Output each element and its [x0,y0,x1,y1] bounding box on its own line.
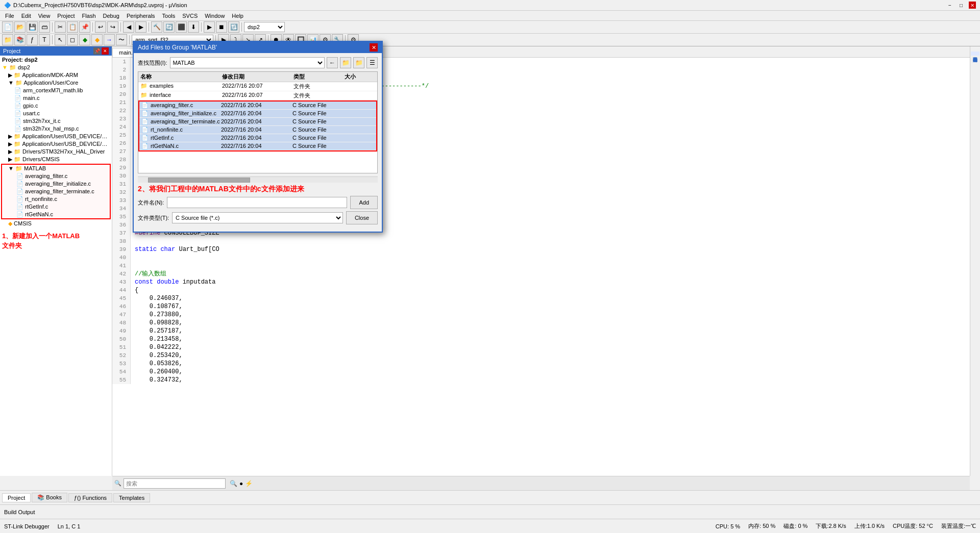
redo-btn[interactable]: ↪ [107,21,118,33]
tree-item-avgfilterterm[interactable]: 📄 averaging_filter_terminate.c [2,188,110,195]
tree-item-gpioc[interactable]: 📄 gpio.c [0,102,112,110]
cut-btn[interactable]: ✂ [55,21,66,33]
file-row-examples[interactable]: 📁examples 2022/7/16 20:07 文件夹 [138,82,377,91]
new-file-btn[interactable]: 📄 [2,21,13,33]
nav-back-btn[interactable]: ◀ [123,21,134,33]
menu-view[interactable]: View [35,12,54,19]
tree-item-cmsis2[interactable]: ◆ CMSIS [0,220,112,227]
sidebar-pin-btn[interactable]: 📌 [93,47,101,55]
search-quick-btn[interactable]: ⚡ [245,480,253,487]
file-row-avgfilterterm[interactable]: 📄averaging_filter_terminate.c 2022/7/16 … [139,118,376,126]
reset-btn[interactable]: 🔃 [228,21,239,33]
file-row-rtnonfinite[interactable]: 📄rt_nonfinite.c 2022/7/16 20:04 C Source… [139,126,376,134]
tree-item-usbtarget[interactable]: ▶ 📁 Application/User/USB_DEVICE/Target [0,140,112,148]
tree-item-rtgetnan[interactable]: 📄 rtGetNaN.c [2,211,110,218]
menu-help[interactable]: Help [229,12,247,19]
debug-stop-btn[interactable]: ⏹ [216,21,227,33]
target-dropdown[interactable]: dsp2 [244,22,285,32]
add-files-dialog[interactable]: Add Files to Group 'MATLAB' ✕ 查找范围(I): M… [133,41,383,233]
view-toggle-btn[interactable]: ☰ [366,57,378,68]
view-tmpl-btn[interactable]: T [39,34,50,45]
tree-item-usartc[interactable]: 📄 usart.c [0,110,112,117]
download-btn[interactable]: ⬇ [188,21,199,33]
tree-item-stm32msp[interactable]: 📄 stm32h7xx_hal_msp.c [0,125,112,133]
search-options-btn[interactable]: ● [239,480,243,487]
open-btn[interactable]: 📂 [14,21,26,33]
tree-item-stm32itc[interactable]: 📄 stm32h7xx_it.c [0,117,112,125]
right-annotation-btn[interactable]: 光标精确定位至精度准确 [971,52,979,56]
menu-debug[interactable]: Debug [100,12,122,19]
file-row-avgfilter[interactable]: 📄averaging_filter.c 2022/7/16 20:04 C So… [139,101,376,110]
tree-item-dsp2[interactable]: ▼ 📁 dsp2 [0,64,112,71]
view-func-btn[interactable]: ƒ [27,34,38,45]
tree-item-mainc[interactable]: 📄 main.c [0,94,112,102]
rebuild-btn[interactable]: 🔄 [163,21,175,33]
filetype-select[interactable]: C Source file (*.c) [172,212,343,223]
folder-up-btn[interactable]: 📁 [353,57,364,68]
menu-window[interactable]: Window [202,12,228,19]
tree-item-avgfilterc[interactable]: 📄 averaging_filter.c [2,172,110,180]
wave-btn[interactable]: 〜 [116,34,127,45]
new-folder-btn[interactable]: 📁 [340,57,351,68]
tree-item-user-core[interactable]: ▼ 📁 Application/User/Core [0,79,112,87]
look-in-dropdown[interactable]: MATLAB [170,57,325,68]
tree-item-rtnonfinite[interactable]: 📄 rt_nonfinite.c [2,195,110,203]
stop-btn[interactable]: ⬛ [176,21,187,33]
build-btn[interactable]: 🔨 [151,21,162,33]
tree-item-matlab-folder[interactable]: ▼ 📁 MATLAB [2,165,110,172]
menu-svcs[interactable]: SVCS [179,12,201,19]
view-project-btn[interactable]: 📁 [2,34,13,45]
orange-diamond-btn[interactable]: ◆ [91,34,103,45]
save-btn[interactable]: 💾 [27,21,38,33]
menu-peripherals[interactable]: Peripherals [124,12,158,19]
file-list-container: 名称 修改日期 类型 大小 📁examples 2022/7/16 20:07 … [138,71,378,173]
tree-item-mdk-arm[interactable]: ▶ 📁 Application/MDK-ARM [0,71,112,79]
close-dialog-btn[interactable]: Close [346,211,378,224]
menu-project[interactable]: Project [54,12,78,19]
build-output-label: Build Output [4,509,35,515]
hscrollbar[interactable] [138,176,378,183]
bottom-tab-templates[interactable]: Templates [113,493,150,502]
search-input[interactable] [124,478,226,489]
view-books-btn[interactable]: 📚 [14,34,26,45]
nav-back-path-btn[interactable]: ← [327,57,338,68]
cursor-btn[interactable]: ↖ [55,34,66,45]
tree-item-cmsis[interactable]: ▶ 📁 Drivers/CMSIS [0,156,112,163]
bottom-tab-project[interactable]: Project [2,493,31,502]
file-row-avgfilterinit[interactable]: 📄averaging_filter_initialize.c 2022/7/16… [139,110,376,118]
bottom-tab-books[interactable]: 📚 Books [32,493,67,502]
look-in-row: 查找范围(I): MATLAB ← 📁 📁 ☰ [138,57,378,68]
debugger-label: ST-Link Debugger [4,523,50,529]
select-btn[interactable]: ◻ [67,34,78,45]
menu-flash[interactable]: Flash [79,12,99,19]
filename-input[interactable] [167,197,347,208]
paste-btn[interactable]: 📌 [79,21,90,33]
maximize-button[interactable]: □ [958,2,965,9]
tree-item-cortexmath[interactable]: 📄 arm_cortexM7l_math.lib [0,87,112,94]
debug-start-btn[interactable]: ▶ [204,21,215,33]
file-row-interface[interactable]: 📁interface 2022/7/16 20:07 文件夹 [138,91,377,100]
green-diamond-btn[interactable]: ◆ [79,34,90,45]
tree-item-hal-driver[interactable]: ▶ 📁 Drivers/STM32H7xx_HAL_Driver [0,148,112,156]
undo-btn[interactable]: ↩ [95,21,106,33]
bottom-tab-functions[interactable]: ƒ() Functions [68,493,112,502]
tree-item-avgfilterinit[interactable]: 📄 averaging_filter_initialize.c [2,180,110,188]
menu-file[interactable]: File [2,12,17,19]
minimize-button[interactable]: − [946,2,953,9]
menu-edit[interactable]: Edit [18,12,34,19]
file-row-rtgetinf[interactable]: 📄rtGetInf.c 2022/7/16 20:04 C Source Fil… [139,134,376,142]
file-row-rtgetnan[interactable]: 📄rtGetNaN.c 2022/7/16 20:04 C Source Fil… [139,142,376,150]
nav-fwd-btn[interactable]: ▶ [135,21,146,33]
tree-item-rtgetinf[interactable]: 📄 rtGetInf.c [2,203,110,211]
blue-arrow-btn[interactable]: → [104,34,115,45]
menu-tools[interactable]: Tools [159,12,179,19]
tree-item-usbapp[interactable]: ▶ 📁 Application/User/USB_DEVICE/App [0,133,112,140]
dialog-close-btn[interactable]: ✕ [370,43,378,52]
sidebar-close-btn[interactable]: ✕ [102,47,109,55]
copy-btn[interactable]: 📋 [67,21,78,33]
close-button[interactable]: ✕ [969,2,976,9]
add-btn[interactable]: Add [350,196,378,209]
search-filter-btn[interactable]: 🔍 [230,480,237,487]
hscrollbar-thumb[interactable] [148,177,250,183]
save-all-btn[interactable]: 🗃 [39,21,50,33]
